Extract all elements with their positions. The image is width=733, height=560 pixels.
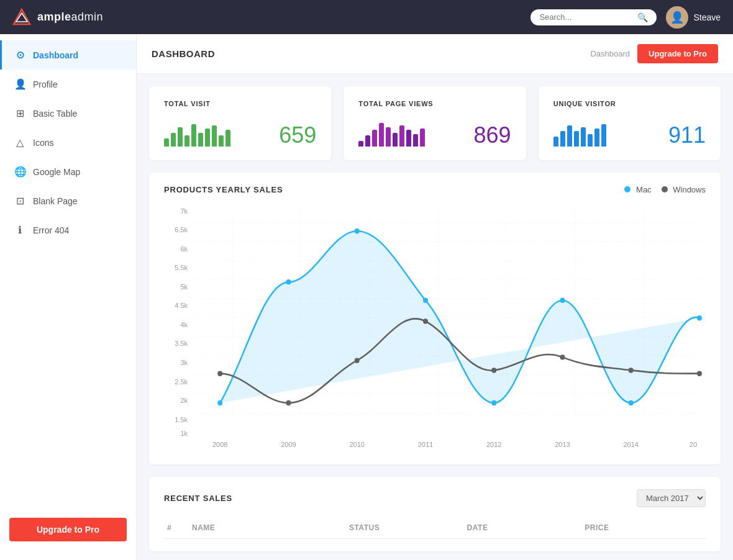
bar — [379, 123, 384, 147]
win-point — [355, 358, 360, 363]
table-icon: ⊞ — [14, 107, 25, 119]
logo-text: ampleadmin — [37, 11, 103, 24]
error-icon: ℹ — [14, 224, 25, 236]
chart-header: PRODUCTS YEARLY SALES Mac Windows — [164, 185, 706, 194]
col-date: DATE — [467, 523, 585, 532]
recent-sales-header: RECENT SALES March 2017 — [164, 489, 706, 507]
svg-text:5.5k: 5.5k — [175, 264, 188, 271]
svg-text:2014: 2014 — [623, 440, 639, 448]
bar — [184, 135, 189, 147]
breadcrumb: Dashboard — [590, 49, 630, 58]
top-nav: ampleadmin 🔍 👤 Steave — [0, 0, 733, 34]
bar — [601, 124, 606, 147]
win-point — [560, 355, 565, 359]
sidebar-label-profile: Profile — [33, 79, 58, 89]
stat-card-total-page-views: TOTAL PAGE VIEWS 869 — [344, 86, 526, 160]
sidebar-label-google-map: Google Map — [33, 167, 80, 177]
sidebar-item-profile[interactable]: 👤 Profile — [0, 70, 136, 99]
layout: ⊙ Dashboard 👤 Profile ⊞ Basic Table △ Ic… — [0, 34, 733, 560]
sidebar-label-icons: Icons — [33, 138, 53, 148]
page-header-right: Dashboard Upgrade to Pro — [590, 44, 718, 63]
sidebar-item-google-map[interactable]: 🌐 Google Map — [0, 157, 136, 186]
bar — [588, 134, 593, 147]
unique-visitor-value: 911 — [668, 124, 706, 147]
map-icon: 🌐 — [14, 166, 25, 178]
bar — [205, 129, 210, 147]
sidebar-label-blank-page: Blank Page — [33, 196, 78, 206]
bar — [365, 135, 370, 147]
win-point — [217, 371, 222, 376]
mac-dot — [624, 186, 631, 192]
bar — [413, 134, 418, 147]
recent-sales-section: RECENT SALES March 2017 # NAME STATUS DA… — [149, 477, 721, 551]
sidebar-item-dashboard[interactable]: ⊙ Dashboard — [0, 40, 136, 70]
svg-text:1k: 1k — [180, 429, 188, 436]
svg-text:1.5k: 1.5k — [175, 415, 188, 423]
mac-point — [423, 298, 428, 303]
col-price: PRICE — [585, 523, 703, 532]
sidebar-label-basic-table: Basic Table — [33, 109, 77, 119]
svg-text:6.5k: 6.5k — [175, 226, 188, 233]
blank-page-icon: ⊡ — [14, 195, 25, 207]
bar — [399, 125, 404, 147]
search-input[interactable] — [539, 12, 632, 22]
svg-text:2k: 2k — [180, 397, 188, 404]
col-name: NAME — [192, 523, 349, 532]
legend-mac: Mac — [624, 185, 651, 194]
sidebar-item-basic-table[interactable]: ⊞ Basic Table — [0, 99, 136, 128]
logo: ampleadmin — [12, 8, 103, 27]
stats-row: TOTAL VISIT 659 — [137, 74, 733, 160]
svg-text:3k: 3k — [180, 359, 188, 366]
chart-legend: Mac Windows — [624, 185, 706, 194]
total-page-views-bars — [358, 119, 425, 147]
win-point — [491, 368, 496, 373]
bar — [171, 133, 176, 147]
bar — [553, 137, 558, 147]
svg-text:2008: 2008 — [212, 440, 228, 448]
mac-point — [697, 315, 702, 320]
bar — [393, 133, 398, 147]
legend-windows: Windows — [662, 185, 706, 194]
profile-icon: 👤 — [14, 78, 25, 90]
stat-card-unique-visitor: UNIQUE VISITOR 911 — [539, 86, 721, 160]
username: Steave — [693, 12, 721, 22]
col-number: # — [167, 523, 192, 532]
bar — [574, 131, 579, 147]
windows-dot — [662, 186, 668, 192]
search-box[interactable]: 🔍 — [530, 9, 657, 25]
sidebar-upgrade-button[interactable]: Upgrade to Pro — [9, 518, 127, 541]
bar — [386, 127, 391, 147]
mac-point — [217, 400, 222, 405]
bar — [191, 124, 196, 147]
table-header: # NAME STATUS DATE PRICE — [164, 517, 706, 539]
bar — [198, 133, 203, 147]
bar — [406, 130, 411, 147]
svg-text:2.5k: 2.5k — [175, 377, 188, 385]
bar — [219, 135, 224, 147]
sidebar-item-error-404[interactable]: ℹ Error 404 — [0, 215, 136, 245]
month-select[interactable]: March 2017 — [637, 489, 706, 507]
total-page-views-title: TOTAL PAGE VIEWS — [358, 100, 511, 107]
svg-text:4k: 4k — [180, 321, 188, 328]
sidebar-item-icons[interactable]: △ Icons — [0, 128, 136, 157]
user-info: 👤 Steave — [666, 6, 721, 29]
mac-point — [491, 400, 496, 405]
svg-text:4.5k: 4.5k — [175, 302, 188, 309]
upgrade-to-pro-button[interactable]: Upgrade to Pro — [637, 44, 718, 63]
total-visit-value: 659 — [279, 124, 316, 147]
svg-text:5k: 5k — [180, 283, 188, 291]
avatar: 👤 — [666, 6, 688, 29]
total-page-views-value: 869 — [474, 124, 511, 147]
win-point — [629, 368, 634, 373]
svg-text:2012: 2012 — [486, 440, 502, 448]
bar — [372, 130, 377, 147]
unique-visitor-bars — [553, 119, 606, 147]
chart-svg: 7k 6.5k 6k 5.5k 5k 4.5k 4k 3.5k 3k 2.5k … — [164, 204, 706, 452]
unique-visitor-body: 911 — [553, 119, 706, 147]
bar — [420, 129, 425, 147]
page-title: DASHBOARD — [152, 48, 215, 59]
svg-text:2010: 2010 — [349, 440, 365, 448]
sidebar-item-blank-page[interactable]: ⊡ Blank Page — [0, 186, 136, 215]
sidebar-label-error-404: Error 404 — [33, 225, 69, 235]
mac-point — [629, 400, 634, 405]
